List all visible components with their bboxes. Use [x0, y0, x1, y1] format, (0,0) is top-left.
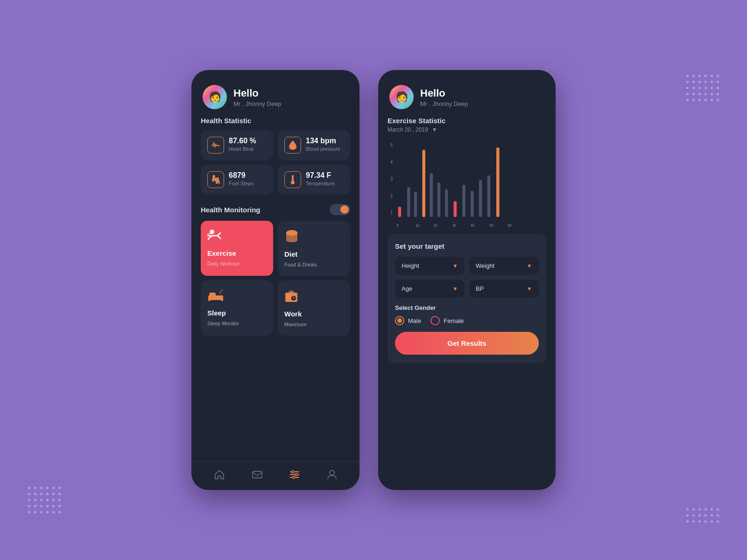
- svg-rect-36: [398, 207, 401, 217]
- stats-grid: 87.60 % Heart Beat 134 bpm Blood pressur…: [201, 130, 350, 195]
- nav-home[interactable]: [214, 469, 225, 483]
- stat-info-temp: 97.34 F Temperature: [306, 171, 335, 186]
- svg-text:10: 10: [416, 223, 419, 228]
- heartbeat-label: Heart Beat: [229, 146, 256, 152]
- greeting-left: Hello: [233, 87, 282, 99]
- svg-text:3: 3: [390, 176, 393, 182]
- exercise-title: Exercise: [207, 249, 267, 257]
- svg-point-23: [330, 470, 334, 475]
- svg-rect-46: [479, 180, 482, 217]
- weight-arrow: ▼: [527, 263, 532, 269]
- svg-text:30: 30: [452, 223, 456, 228]
- temp-label: Temperature: [306, 181, 335, 186]
- work-icon: [284, 289, 344, 306]
- heartbeat-icon: [207, 137, 224, 154]
- diet-title: Diet: [284, 250, 344, 258]
- stat-card-inner-temp: 97.34 F Temperature: [284, 171, 344, 188]
- exercise-card[interactable]: Exercise Daily Workout: [201, 221, 273, 276]
- right-header: 🧑 Hello Mr . Jhonny Deep: [378, 70, 556, 117]
- bp-arrow: ▼: [527, 286, 532, 292]
- nav-settings[interactable]: [289, 469, 300, 483]
- monitoring-header: Health Monitoring: [201, 204, 350, 215]
- male-radio[interactable]: [395, 316, 404, 325]
- svg-rect-9: [208, 299, 210, 301]
- male-option[interactable]: Male: [395, 316, 421, 325]
- svg-text:20: 20: [434, 223, 437, 228]
- avatar-left: 🧑: [203, 85, 227, 109]
- svg-point-21: [296, 474, 298, 476]
- weight-label: Weight: [476, 262, 494, 269]
- chart-section: Exercise Statistic March 20 , 2019 ▼ 1 2…: [388, 117, 546, 229]
- get-results-button[interactable]: Get Results: [395, 332, 539, 355]
- chart-date: March 20 , 2019 ▼: [388, 126, 546, 133]
- age-label: Age: [402, 285, 412, 292]
- sleep-sub: Sleep Monitor: [207, 321, 267, 326]
- steps-icon: [207, 171, 224, 188]
- svg-point-0: [212, 175, 215, 178]
- height-label: Height: [402, 262, 419, 269]
- svg-rect-48: [496, 147, 499, 217]
- chart-svg: 1 2 3 4 5 0 10 20 30 40 50 60: [388, 136, 546, 229]
- header-text-right: Hello Mr . Jhonny Deep: [420, 87, 468, 107]
- gender-title: Select Gender: [395, 304, 539, 311]
- header-text-left: Hello Mr . Jhonny Deep: [233, 87, 282, 107]
- svg-rect-8: [209, 293, 216, 297]
- chart-date-arrow[interactable]: ▼: [432, 126, 437, 133]
- svg-rect-37: [407, 187, 410, 217]
- sleep-card[interactable]: z z Sleep Sleep Monitor: [201, 280, 273, 336]
- weight-dropdown[interactable]: Weight ▼: [469, 257, 539, 275]
- svg-rect-38: [414, 192, 417, 217]
- nav-profile[interactable]: [327, 469, 337, 483]
- female-option[interactable]: Female: [430, 316, 464, 325]
- right-phone: 🧑 Hello Mr . Jhonny Deep Exercise Statis…: [378, 70, 556, 490]
- svg-text:z: z: [221, 289, 223, 292]
- bar-chart: 1 2 3 4 5 0 10 20 30 40 50 60: [388, 136, 546, 229]
- health-stat-title: Health Statistic: [201, 117, 350, 125]
- exercise-sub: Daily Workout: [207, 261, 267, 266]
- svg-rect-10: [221, 299, 223, 301]
- work-card[interactable]: Work Maximum: [278, 280, 350, 336]
- svg-rect-43: [454, 201, 457, 217]
- stat-info-steps: 6879 Foot Steps: [229, 171, 254, 186]
- height-arrow: ▼: [452, 263, 458, 269]
- chart-date-text: March 20 , 2019: [388, 126, 428, 133]
- left-phone-content: Health Statistic 87.60 % Heart Beat: [191, 117, 359, 462]
- female-radio[interactable]: [430, 316, 440, 325]
- gender-options: Male Female: [395, 316, 539, 325]
- svg-point-22: [293, 476, 295, 479]
- svg-rect-42: [445, 189, 448, 217]
- dots-top-right: [686, 75, 719, 101]
- avatar-right: 🧑: [389, 85, 414, 109]
- female-label: Female: [444, 317, 464, 324]
- svg-text:2: 2: [390, 193, 393, 198]
- bp-label: Blood pressure: [306, 146, 340, 152]
- stat-card-inner-bp: 134 bpm Blood pressure: [284, 137, 344, 154]
- monitoring-grid: Exercise Daily Workout Diet Food & Drink…: [201, 221, 350, 336]
- phones-container: 🧑 Hello Mr . Jhonny Deep Health Statisti…: [191, 70, 556, 490]
- work-sub: Maximum: [284, 322, 344, 327]
- nav-messages[interactable]: [252, 470, 262, 482]
- target-title: Set your target: [395, 242, 539, 250]
- monitoring-toggle[interactable]: [330, 204, 350, 215]
- svg-point-20: [292, 471, 294, 473]
- bp-label: BP: [476, 285, 484, 292]
- stat-card-inner: 87.60 % Heart Beat: [207, 137, 267, 154]
- stat-card-heartbeat: 87.60 % Heart Beat: [201, 130, 273, 160]
- gender-section: Select Gender Male Female: [395, 304, 539, 325]
- right-phone-content: Exercise Statistic March 20 , 2019 ▼ 1 2…: [378, 117, 556, 490]
- bp-dropdown[interactable]: BP ▼: [469, 280, 539, 298]
- subname-right: Mr . Jhonny Deep: [420, 100, 468, 107]
- dropdowns-grid: Height ▼ Weight ▼ Age ▼ BP ▼: [395, 257, 539, 298]
- stat-card-bp: 134 bpm Blood pressure: [278, 130, 350, 160]
- male-label: Male: [408, 317, 421, 324]
- age-arrow: ▼: [452, 286, 458, 292]
- diet-card[interactable]: Diet Food & Drinks: [278, 221, 350, 276]
- stat-info-bp: 134 bpm Blood pressure: [306, 137, 340, 152]
- height-dropdown[interactable]: Height ▼: [395, 257, 465, 275]
- target-section: Set your target Height ▼ Weight ▼ Age ▼: [388, 234, 546, 363]
- age-dropdown[interactable]: Age ▼: [395, 280, 465, 298]
- work-title: Work: [284, 310, 344, 318]
- sleep-title: Sleep: [207, 309, 267, 317]
- svg-rect-41: [437, 182, 440, 217]
- svg-text:40: 40: [471, 223, 474, 228]
